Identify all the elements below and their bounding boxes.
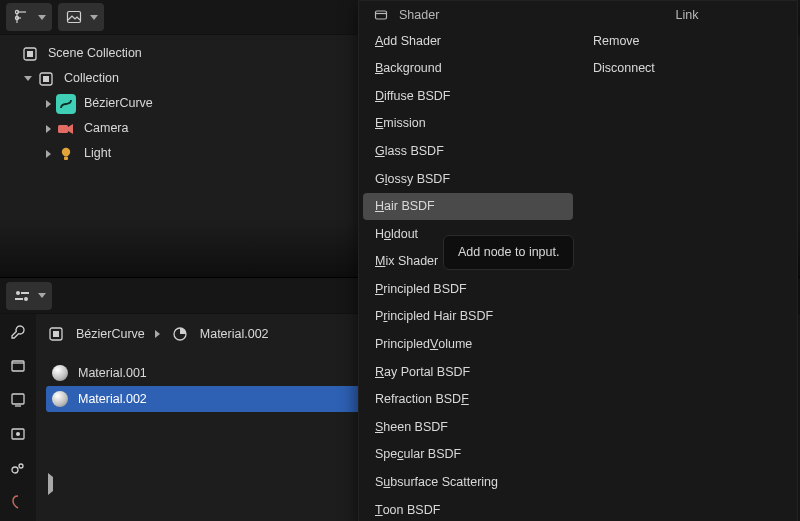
menu-header-label: Link <box>676 9 699 22</box>
chevron-right-icon <box>46 150 51 158</box>
scene-icon <box>20 44 40 64</box>
tooltip-text: Add node to input. <box>458 245 559 259</box>
menu-item[interactable]: Specular BSDF <box>363 441 573 469</box>
outliner-item-label: Camera <box>84 122 128 135</box>
properties-mode-dropdown[interactable] <box>6 282 52 310</box>
tab-material-active[interactable] <box>8 492 28 512</box>
object-icon <box>46 324 66 344</box>
tab-tool[interactable] <box>8 322 28 342</box>
tab-render[interactable] <box>8 356 28 376</box>
menu-item[interactable]: Sheen BSDF <box>363 413 573 441</box>
svg-rect-16 <box>15 298 23 300</box>
material-preview-icon <box>52 365 68 381</box>
menu-item[interactable]: Refraction BSDF <box>363 386 573 414</box>
svg-rect-8 <box>58 125 68 133</box>
breadcrumb-object[interactable]: BézierCurve <box>76 328 145 341</box>
menu-column-link: Link RemoveDisconnect <box>577 3 797 521</box>
collection-icon <box>36 69 56 89</box>
menu-header-label: Shader <box>399 9 439 22</box>
svg-point-21 <box>12 467 18 473</box>
chevron-right-icon <box>46 125 51 133</box>
menu-header-shader: Shader <box>359 3 577 27</box>
svg-rect-26 <box>376 11 387 19</box>
chevron-right-icon <box>48 473 53 495</box>
menu-item[interactable]: Emission <box>363 110 573 138</box>
image-icon <box>64 7 84 27</box>
chevron-down-icon <box>90 15 98 20</box>
light-icon <box>56 144 76 164</box>
chevron-right-icon <box>46 100 51 108</box>
chevron-right-icon <box>155 330 160 338</box>
svg-rect-14 <box>21 292 29 294</box>
chevron-down-icon <box>38 15 46 20</box>
disclosure-toggle[interactable] <box>40 96 56 112</box>
tab-output[interactable] <box>8 390 28 410</box>
menu-item[interactable]: Diffuse BSDF <box>363 82 573 110</box>
properties-tab-bar <box>0 314 36 521</box>
menu-item[interactable]: Principled Volume <box>363 331 573 359</box>
scene-collection-label: Scene Collection <box>48 47 142 60</box>
curve-icon <box>56 94 76 114</box>
menu-header-link: Link <box>577 3 797 27</box>
chevron-down-icon <box>24 76 32 81</box>
material-icon <box>170 324 190 344</box>
disclosure-toggle[interactable] <box>40 146 56 162</box>
menu-item[interactable]: Glass BSDF <box>363 137 573 165</box>
properties-icon <box>12 286 32 306</box>
collection-label: Collection <box>64 72 119 85</box>
tab-view-layer[interactable] <box>8 424 28 444</box>
svg-rect-11 <box>64 156 68 160</box>
breadcrumb-material[interactable]: Material.002 <box>200 328 269 341</box>
menu-item[interactable]: Hair BSDF <box>363 193 573 221</box>
svg-rect-24 <box>53 331 59 337</box>
svg-rect-2 <box>68 12 81 23</box>
svg-point-10 <box>62 147 70 155</box>
svg-rect-7 <box>43 76 49 82</box>
menu-item[interactable]: Subsurface Scattering <box>363 469 573 497</box>
menu-item[interactable]: Remove <box>581 27 793 55</box>
outliner-item-label: Light <box>84 147 111 160</box>
material-slot-label: Material.001 <box>78 367 147 380</box>
outliner-item-label: BézierCurve <box>84 97 153 110</box>
menu-item[interactable]: Principled BSDF <box>363 275 573 303</box>
outliner-icon <box>12 7 32 27</box>
svg-rect-5 <box>27 51 33 57</box>
material-preview-icon <box>52 391 68 407</box>
camera-icon <box>56 119 76 139</box>
display-mode-dropdown[interactable] <box>58 3 104 31</box>
material-slot-label: Material.002 <box>78 393 147 406</box>
svg-point-22 <box>19 464 23 468</box>
menu-item[interactable]: Add Shader <box>363 27 573 55</box>
add-node-menu: Shader Add ShaderBackgroundDiffuse BSDFE… <box>358 0 798 521</box>
menu-item[interactable]: Background <box>363 55 573 83</box>
tab-scene[interactable] <box>8 458 28 478</box>
svg-point-20 <box>16 432 20 436</box>
menu-item[interactable]: Ray Portal BSDF <box>363 358 573 386</box>
svg-point-15 <box>24 297 28 301</box>
disclosure-toggle[interactable] <box>20 71 36 87</box>
node-icon <box>371 5 391 25</box>
menu-item[interactable]: Principled Hair BSDF <box>363 303 573 331</box>
menu-item[interactable]: Glossy BSDF <box>363 165 573 193</box>
disclosure-toggle[interactable] <box>40 121 56 137</box>
menu-item[interactable]: Disconnect <box>581 55 793 83</box>
chevron-down-icon <box>38 293 46 298</box>
svg-point-13 <box>16 291 20 295</box>
svg-rect-18 <box>12 394 24 404</box>
tooltip: Add node to input. <box>443 235 574 270</box>
menu-item[interactable]: Toon BSDF <box>363 496 573 521</box>
outliner-mode-dropdown[interactable] <box>6 3 52 31</box>
